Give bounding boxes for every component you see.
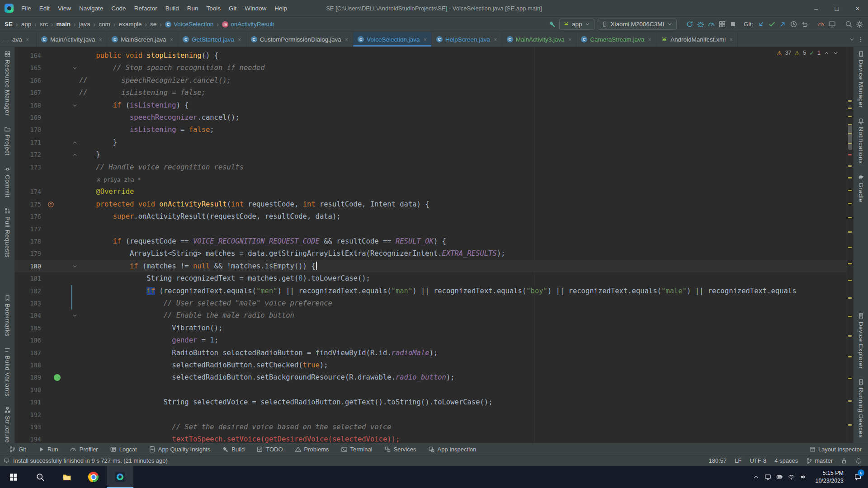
- code-editor[interactable]: 164 public void stopListening() {165 // …: [15, 47, 853, 443]
- gutter-line[interactable]: 178: [15, 235, 79, 248]
- gutter-line[interactable]: 190: [15, 384, 79, 396]
- tab-androidmanifest-xml[interactable]: AndroidManifest.xml×: [656, 32, 738, 47]
- breadcrumb-com[interactable]: com: [99, 21, 110, 28]
- tool-button-notifications[interactable]: Notifications: [858, 118, 864, 164]
- code-line[interactable]: String selectedVoice = selectedRadioButt…: [79, 396, 847, 408]
- menu-item-refactor[interactable]: Refactor: [130, 5, 161, 12]
- hidden-tabs-icon[interactable]: [849, 37, 855, 42]
- code-line[interactable]: if (isListening) {: [79, 99, 847, 112]
- code-line[interactable]: }: [79, 149, 847, 161]
- code-line[interactable]: String recognizedText = matches.get(0).t…: [79, 272, 847, 285]
- breadcrumb-voiceselection[interactable]: CVoiceSelection: [165, 21, 214, 28]
- inspections-widget[interactable]: ⚠ 37 ⚠ 5 ✓ 1: [774, 49, 841, 57]
- code-line[interactable]: RadioButton selectedRadioButton = findVi…: [79, 347, 847, 359]
- update-project-icon[interactable]: [757, 20, 765, 28]
- tool-button-build-variants[interactable]: Build Variants: [4, 347, 11, 397]
- menu-item-run[interactable]: Run: [183, 5, 203, 12]
- menu-item-git[interactable]: Git: [225, 5, 241, 12]
- settings-icon[interactable]: [856, 20, 863, 28]
- menu-item-tools[interactable]: Tools: [202, 5, 225, 12]
- menu-item-navigate[interactable]: Navigate: [75, 5, 107, 12]
- gutter-line[interactable]: 169: [15, 112, 79, 124]
- code-line[interactable]: super.onActivityResult(requestCode, resu…: [79, 211, 847, 223]
- breadcrumb-se[interactable]: se: [150, 21, 156, 28]
- gutter-line[interactable]: 185: [15, 322, 79, 334]
- breadcrumb-onactivityresult[interactable]: monActivityResult: [222, 21, 274, 28]
- taskbar-clock[interactable]: 5:15 PM 10/23/2023: [811, 469, 848, 485]
- code-line[interactable]: [79, 223, 847, 235]
- tool-button-project[interactable]: Project: [4, 126, 11, 155]
- tool-button-services[interactable]: Services: [384, 446, 416, 453]
- code-line[interactable]: // User selected "male" voice preference: [79, 297, 847, 310]
- tab-options-icon[interactable]: [858, 37, 863, 42]
- close-tab-icon[interactable]: ×: [648, 36, 651, 43]
- device-select[interactable]: Xiaomi M2006C3MI: [598, 19, 677, 30]
- gutter-line[interactable]: 187: [15, 347, 79, 359]
- menu-item-view[interactable]: View: [54, 5, 75, 12]
- code-line[interactable]: // Handle voice recognition results: [79, 161, 847, 174]
- code-line[interactable]: isListening = false;: [79, 124, 847, 136]
- tool-window-toggle-icon[interactable]: [4, 458, 9, 464]
- code-line[interactable]: Vibration();: [79, 322, 847, 334]
- read-lock-icon[interactable]: [841, 458, 847, 464]
- tool-button-run[interactable]: Run: [38, 446, 58, 453]
- action-center[interactable]: 6: [850, 466, 865, 488]
- stop-icon[interactable]: [729, 20, 737, 28]
- gutter-line[interactable]: 191: [15, 396, 79, 408]
- gutter-line[interactable]: 189: [15, 371, 79, 384]
- breadcrumb-src[interactable]: src: [40, 21, 48, 28]
- git-branch[interactable]: master: [806, 457, 833, 464]
- tab-mainactivity3-java[interactable]: CMainActivity3.java×: [502, 32, 577, 47]
- taskbar-file-explorer[interactable]: [53, 466, 80, 488]
- attach-debugger-icon[interactable]: [697, 20, 704, 28]
- notifications-bell-icon[interactable]: [855, 458, 862, 464]
- close-tab-icon[interactable]: ×: [170, 36, 174, 43]
- gutter-line[interactable]: 168: [15, 99, 79, 112]
- tab-ava[interactable]: ava×: [11, 32, 37, 47]
- tool-button-app-quality-insights[interactable]: App Quality Insights: [149, 446, 211, 453]
- push-icon[interactable]: [779, 20, 787, 28]
- search-everywhere-icon[interactable]: [845, 20, 853, 28]
- tool-button-problems[interactable]: Problems: [295, 446, 329, 453]
- code-line[interactable]: gender = 1;: [79, 334, 847, 347]
- indent-style[interactable]: 4 spaces: [774, 457, 798, 464]
- gutter-line[interactable]: 170: [15, 124, 79, 136]
- gutter-line[interactable]: 192: [15, 409, 79, 421]
- tool-button-commit[interactable]: Commit: [4, 166, 11, 197]
- gutter-line[interactable]: 164: [15, 50, 79, 62]
- tab-mainactivity-java[interactable]: CMainActivity.java×: [37, 32, 107, 47]
- gutter-line[interactable]: 183: [15, 297, 79, 310]
- tool-button-profiler[interactable]: Profiler: [70, 446, 98, 453]
- close-tab-icon[interactable]: ×: [423, 36, 427, 43]
- tool-button-running-devices[interactable]: Running Devices: [858, 379, 864, 438]
- weak-warning-count[interactable]: 5: [803, 50, 806, 56]
- passed-count[interactable]: 1: [817, 50, 821, 56]
- line-separator[interactable]: LF: [735, 457, 741, 464]
- profiler-icon[interactable]: [708, 20, 715, 28]
- taskbar-search[interactable]: [27, 466, 53, 488]
- code-line[interactable]: ArrayList<String> matches = data.getStri…: [79, 248, 847, 260]
- gutter-line[interactable]: 181: [15, 272, 79, 285]
- tab-camerastream-java[interactable]: CCameraStream.java×: [576, 32, 656, 47]
- taskbar-android-studio[interactable]: [107, 466, 133, 488]
- code-line[interactable]: speechRecognizer.cancel();: [79, 112, 847, 124]
- menu-item-code[interactable]: Code: [107, 5, 130, 12]
- maximize-button[interactable]: □: [826, 0, 847, 17]
- tab-custompermissiondialog-java[interactable]: CCustomPermissionDialog.java×: [246, 32, 354, 47]
- tool-button-git[interactable]: Git: [9, 446, 26, 453]
- tool-button-pull-requests[interactable]: Pull Requests: [4, 207, 11, 258]
- build-hammer-icon[interactable]: [548, 20, 556, 28]
- code-line[interactable]: [79, 384, 847, 396]
- code-line[interactable]: }: [79, 136, 847, 149]
- gutter-line[interactable]: 175: [15, 198, 79, 211]
- gutter-line[interactable]: 176: [15, 211, 79, 223]
- gutter-line[interactable]: 166: [15, 75, 79, 87]
- code-line[interactable]: [79, 409, 847, 421]
- menu-item-window[interactable]: Window: [241, 5, 270, 12]
- gutter-line[interactable]: 186: [15, 334, 79, 347]
- tool-button-logcat[interactable]: Logcat: [110, 446, 137, 453]
- tool-button-device-manager[interactable]: Device Manager: [858, 51, 864, 108]
- profile-app-icon[interactable]: [817, 20, 825, 28]
- close-tab-icon[interactable]: ×: [568, 36, 572, 43]
- commit-icon[interactable]: [768, 20, 776, 28]
